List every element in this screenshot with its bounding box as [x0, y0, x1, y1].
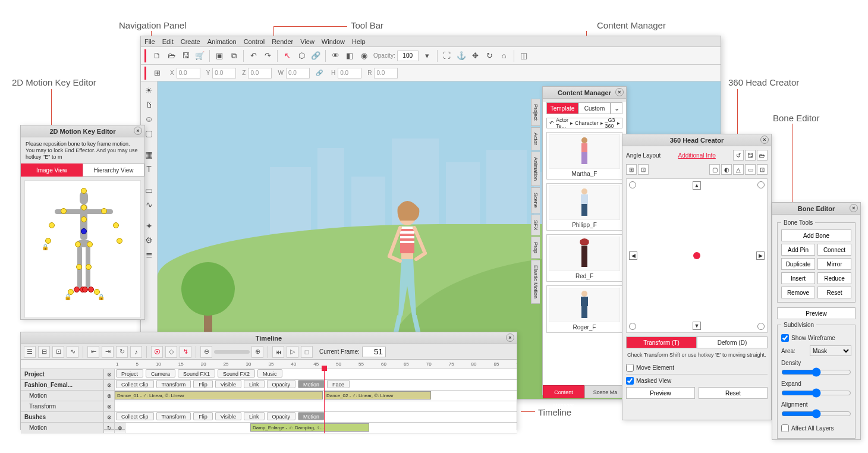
- face-tool-icon[interactable]: ☺: [143, 112, 156, 125]
- loop-row-icon[interactable]: ↻: [104, 423, 115, 433]
- clip[interactable]: Dance_02 - ♂: Linear, ©: Linear: [324, 391, 431, 399]
- home-icon[interactable]: ⌂: [498, 49, 511, 62]
- insert-button[interactable]: Insert: [781, 272, 815, 284]
- undo-icon[interactable]: ↶: [247, 49, 260, 62]
- close-row-icon[interactable]: ⊗: [104, 391, 115, 401]
- tl-zoom-out-icon[interactable]: ⊖: [200, 346, 212, 358]
- reset-angle-icon[interactable]: ↺: [733, 150, 744, 161]
- tl-loop-icon[interactable]: ↻: [116, 346, 128, 358]
- add-bone-button[interactable]: Add Bone: [781, 229, 851, 241]
- sidetab-scene[interactable]: Scene: [531, 187, 540, 213]
- close-row-icon[interactable]: ⊗: [104, 401, 115, 411]
- masked-view-checkbox[interactable]: Masked View: [626, 377, 768, 385]
- nav-down-icon[interactable]: ▼: [693, 322, 701, 330]
- layer-icon[interactable]: ◧: [343, 49, 356, 62]
- tab-image-view[interactable]: Image View: [21, 163, 83, 177]
- sidetab-elastic[interactable]: Elastic Motion: [531, 260, 540, 304]
- preview-button[interactable]: Preview: [777, 307, 856, 319]
- tab-hierarchy-view[interactable]: Hierarchy View: [83, 163, 144, 177]
- tl-play-icon[interactable]: ▷: [287, 346, 298, 358]
- cart-icon[interactable]: 🛒: [193, 49, 206, 62]
- timeline-ruler[interactable]: 15101520253035404550556065707580859095: [21, 360, 517, 369]
- menu-edit[interactable]: Edit: [162, 38, 174, 45]
- close-row-icon[interactable]: ⊗: [104, 369, 115, 379]
- render-image-icon[interactable]: ▣: [213, 49, 226, 62]
- tl-key-icon[interactable]: ◇: [165, 346, 177, 358]
- tl-next-key-icon[interactable]: ⇥: [102, 346, 114, 358]
- open-file-icon[interactable]: 🗁: [165, 49, 178, 62]
- menu-file[interactable]: File: [144, 38, 155, 45]
- clip[interactable]: Damp_Enlarge - ♂: Damping, ♀...: [250, 423, 369, 432]
- reset-button[interactable]: Reset: [699, 387, 768, 399]
- tab-transform[interactable]: Transform (T): [626, 336, 697, 348]
- nav-up-icon[interactable]: ▲: [693, 181, 701, 190]
- angle-sphere[interactable]: ▲ ▼ ◀ ▶: [626, 178, 768, 333]
- actor-tool-icon[interactable]: 𐀃: [143, 98, 156, 111]
- lock-icon[interactable]: 🔒: [64, 294, 71, 300]
- h-input[interactable]: [338, 68, 361, 78]
- reduce-button[interactable]: Reduce: [817, 272, 851, 284]
- corner-handle[interactable]: [757, 181, 765, 188]
- tl-break-icon[interactable]: ↯: [180, 346, 191, 358]
- close-row-icon[interactable]: ⊗: [104, 380, 115, 390]
- close-row-icon[interactable]: ⊗: [104, 412, 115, 422]
- sidetab-animation[interactable]: Animation: [531, 152, 540, 186]
- mirror-button[interactable]: Mirror: [817, 258, 851, 270]
- close-row-icon[interactable]: ⊗: [115, 423, 125, 433]
- wireframe-checkbox[interactable]: Show Wireframe: [781, 334, 851, 342]
- y-input[interactable]: [212, 68, 236, 78]
- content-item[interactable]: Philipp_F: [546, 183, 622, 231]
- breadcrumb[interactable]: ↶ Actor Te...▸Character▸_G3 360▸1_G3 3..…: [546, 118, 622, 128]
- tl-btn[interactable]: Camera: [146, 369, 175, 378]
- tab-custom[interactable]: Custom: [578, 102, 611, 114]
- tl-first-icon[interactable]: ⏮: [272, 346, 284, 358]
- content-item[interactable]: Martha_F: [546, 132, 622, 180]
- nav-right-icon[interactable]: ▶: [756, 251, 765, 260]
- menu-animation[interactable]: Animation: [207, 38, 237, 45]
- x-input[interactable]: [177, 68, 200, 78]
- opacity-dropdown-icon[interactable]: ▾: [421, 49, 434, 62]
- tl-btn[interactable]: Sound FX1: [178, 369, 215, 378]
- nav-left-icon[interactable]: ◀: [629, 251, 637, 260]
- opt4-icon[interactable]: ▭: [745, 164, 756, 175]
- tab-deform[interactable]: Deform (D): [697, 336, 768, 348]
- r-input[interactable]: [374, 68, 398, 78]
- tl-collapse-icon[interactable]: ⊡: [52, 346, 64, 358]
- affect-all-checkbox[interactable]: Affect All Layers: [781, 424, 851, 432]
- tl-expand-icon[interactable]: ⊟: [38, 346, 50, 358]
- close-icon[interactable]: ×: [506, 334, 514, 342]
- pose-tool-icon[interactable]: ☀: [143, 84, 156, 97]
- tl-music-icon[interactable]: ♪: [130, 346, 142, 358]
- reset-button[interactable]: Reset: [817, 287, 851, 298]
- center-dot[interactable]: [693, 252, 700, 259]
- corner-handle[interactable]: [629, 323, 636, 330]
- grid3-icon[interactable]: ⊞: [626, 164, 637, 175]
- grid5-icon[interactable]: ⊡: [638, 164, 649, 175]
- menu-create[interactable]: Create: [181, 38, 200, 45]
- opt3-icon[interactable]: △: [733, 164, 744, 175]
- remove-button[interactable]: Remove: [781, 287, 815, 298]
- new-file-icon[interactable]: 🗋: [150, 49, 163, 62]
- sidetab-project[interactable]: Project: [531, 99, 540, 126]
- alignment-slider[interactable]: [781, 409, 851, 419]
- corner-handle[interactable]: [757, 323, 765, 330]
- close-icon[interactable]: ×: [850, 204, 858, 212]
- preview-button[interactable]: Preview: [626, 387, 695, 399]
- tl-curve-icon[interactable]: ∿: [67, 346, 78, 358]
- lock-icon[interactable]: 🔒: [42, 244, 49, 250]
- close-icon[interactable]: ×: [615, 88, 624, 96]
- select-arrow-icon[interactable]: ↖: [281, 49, 294, 62]
- menu-render[interactable]: Render: [272, 38, 293, 45]
- sidetab-actor[interactable]: Actor: [531, 127, 540, 150]
- opt1-icon[interactable]: ▢: [709, 164, 720, 175]
- move-element-checkbox[interactable]: Move Element: [626, 364, 768, 372]
- tl-btn[interactable]: Music: [257, 369, 282, 378]
- sidetab-prop[interactable]: Prop: [531, 237, 540, 259]
- z-input[interactable]: [248, 68, 272, 78]
- save-angle-icon[interactable]: 🖫: [745, 150, 756, 161]
- menu-window[interactable]: Window: [322, 38, 345, 45]
- clip[interactable]: Dance_01 - ♂: Linear, ©: Linear: [115, 391, 323, 399]
- show-hide-icon[interactable]: 👁: [329, 49, 342, 62]
- save-icon[interactable]: 🖫: [179, 49, 192, 62]
- tab-template[interactable]: Template: [546, 102, 578, 114]
